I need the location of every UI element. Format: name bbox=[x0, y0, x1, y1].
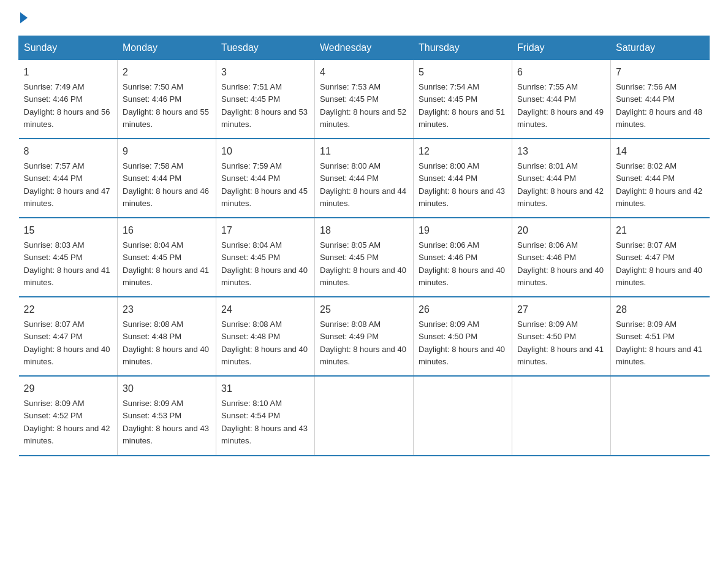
page-header bbox=[18, 12, 710, 23]
calendar-cell: 15Sunrise: 8:03 AMSunset: 4:45 PMDayligh… bbox=[19, 218, 118, 297]
calendar-cell: 27Sunrise: 8:09 AMSunset: 4:50 PMDayligh… bbox=[512, 297, 611, 376]
day-number: 10 bbox=[221, 144, 309, 159]
calendar-cell: 12Sunrise: 8:00 AMSunset: 4:44 PMDayligh… bbox=[414, 139, 512, 218]
calendar-cell: 19Sunrise: 8:06 AMSunset: 4:46 PMDayligh… bbox=[414, 218, 512, 297]
calendar-cell bbox=[414, 376, 512, 456]
calendar-cell: 8Sunrise: 7:57 AMSunset: 4:44 PMDaylight… bbox=[19, 139, 118, 218]
day-number: 14 bbox=[616, 144, 705, 159]
day-info: Sunrise: 7:58 AMSunset: 4:44 PMDaylight:… bbox=[123, 161, 209, 208]
day-number: 21 bbox=[616, 223, 705, 238]
day-info: Sunrise: 8:08 AMSunset: 4:49 PMDaylight:… bbox=[320, 320, 406, 366]
calendar-cell: 4Sunrise: 7:53 AMSunset: 4:45 PMDaylight… bbox=[315, 60, 414, 139]
day-number: 6 bbox=[517, 65, 605, 80]
column-header-friday: Friday bbox=[512, 36, 611, 60]
calendar-cell: 22Sunrise: 8:07 AMSunset: 4:47 PMDayligh… bbox=[19, 297, 118, 376]
column-header-thursday: Thursday bbox=[414, 36, 512, 60]
column-header-monday: Monday bbox=[118, 36, 216, 60]
calendar-cell: 28Sunrise: 8:09 AMSunset: 4:51 PMDayligh… bbox=[611, 297, 710, 376]
calendar-cell: 25Sunrise: 8:08 AMSunset: 4:49 PMDayligh… bbox=[315, 297, 414, 376]
day-info: Sunrise: 7:55 AMSunset: 4:44 PMDaylight:… bbox=[517, 82, 604, 129]
column-header-wednesday: Wednesday bbox=[315, 36, 414, 60]
day-info: Sunrise: 8:09 AMSunset: 4:51 PMDaylight:… bbox=[616, 320, 702, 366]
day-number: 27 bbox=[517, 302, 605, 317]
day-info: Sunrise: 8:09 AMSunset: 4:53 PMDaylight:… bbox=[123, 399, 209, 445]
day-number: 5 bbox=[419, 65, 507, 80]
day-number: 25 bbox=[320, 302, 408, 317]
day-number: 22 bbox=[24, 302, 113, 317]
calendar-cell bbox=[512, 376, 611, 456]
calendar-header-row: SundayMondayTuesdayWednesdayThursdayFrid… bbox=[19, 36, 710, 60]
day-info: Sunrise: 8:03 AMSunset: 4:45 PMDaylight:… bbox=[24, 240, 110, 287]
day-info: Sunrise: 7:59 AMSunset: 4:44 PMDaylight:… bbox=[221, 161, 308, 208]
column-header-saturday: Saturday bbox=[611, 36, 710, 60]
day-info: Sunrise: 8:00 AMSunset: 4:44 PMDaylight:… bbox=[320, 161, 406, 208]
calendar-cell: 31Sunrise: 8:10 AMSunset: 4:54 PMDayligh… bbox=[216, 376, 315, 456]
day-number: 4 bbox=[320, 65, 408, 80]
day-info: Sunrise: 7:54 AMSunset: 4:45 PMDaylight:… bbox=[419, 82, 505, 129]
day-info: Sunrise: 8:02 AMSunset: 4:44 PMDaylight:… bbox=[616, 161, 702, 208]
day-info: Sunrise: 8:08 AMSunset: 4:48 PMDaylight:… bbox=[221, 320, 308, 366]
day-info: Sunrise: 8:07 AMSunset: 4:47 PMDaylight:… bbox=[24, 320, 110, 366]
day-number: 11 bbox=[320, 144, 408, 159]
day-number: 31 bbox=[221, 381, 309, 396]
day-number: 13 bbox=[517, 144, 605, 159]
day-number: 2 bbox=[123, 65, 211, 80]
calendar-cell: 13Sunrise: 8:01 AMSunset: 4:44 PMDayligh… bbox=[512, 139, 611, 218]
day-info: Sunrise: 7:49 AMSunset: 4:46 PMDaylight:… bbox=[24, 82, 110, 129]
day-number: 15 bbox=[24, 223, 113, 238]
day-info: Sunrise: 8:08 AMSunset: 4:48 PMDaylight:… bbox=[123, 320, 209, 366]
day-number: 28 bbox=[616, 302, 705, 317]
calendar-cell: 18Sunrise: 8:05 AMSunset: 4:45 PMDayligh… bbox=[315, 218, 414, 297]
day-info: Sunrise: 7:57 AMSunset: 4:44 PMDaylight:… bbox=[24, 161, 110, 208]
calendar-cell bbox=[611, 376, 710, 456]
day-number: 7 bbox=[616, 65, 705, 80]
calendar-cell: 10Sunrise: 7:59 AMSunset: 4:44 PMDayligh… bbox=[216, 139, 315, 218]
calendar-cell: 30Sunrise: 8:09 AMSunset: 4:53 PMDayligh… bbox=[118, 376, 216, 456]
calendar-cell: 9Sunrise: 7:58 AMSunset: 4:44 PMDaylight… bbox=[118, 139, 216, 218]
day-info: Sunrise: 8:10 AMSunset: 4:54 PMDaylight:… bbox=[221, 399, 308, 445]
logo-arrow-icon bbox=[20, 12, 28, 23]
calendar-cell: 11Sunrise: 8:00 AMSunset: 4:44 PMDayligh… bbox=[315, 139, 414, 218]
day-number: 20 bbox=[517, 223, 605, 238]
day-number: 17 bbox=[221, 223, 309, 238]
calendar-cell: 14Sunrise: 8:02 AMSunset: 4:44 PMDayligh… bbox=[611, 139, 710, 218]
calendar-cell bbox=[315, 376, 414, 456]
day-number: 18 bbox=[320, 223, 408, 238]
calendar-cell: 24Sunrise: 8:08 AMSunset: 4:48 PMDayligh… bbox=[216, 297, 315, 376]
calendar-cell: 21Sunrise: 8:07 AMSunset: 4:47 PMDayligh… bbox=[611, 218, 710, 297]
calendar-week-row: 22Sunrise: 8:07 AMSunset: 4:47 PMDayligh… bbox=[19, 297, 710, 376]
day-number: 12 bbox=[419, 144, 507, 159]
day-number: 1 bbox=[24, 65, 113, 80]
day-number: 19 bbox=[419, 223, 507, 238]
day-info: Sunrise: 8:01 AMSunset: 4:44 PMDaylight:… bbox=[517, 161, 604, 208]
day-number: 30 bbox=[123, 381, 211, 396]
day-info: Sunrise: 8:09 AMSunset: 4:52 PMDaylight:… bbox=[24, 399, 110, 445]
calendar-cell: 23Sunrise: 8:08 AMSunset: 4:48 PMDayligh… bbox=[118, 297, 216, 376]
day-number: 3 bbox=[221, 65, 309, 80]
day-number: 24 bbox=[221, 302, 309, 317]
calendar-cell: 5Sunrise: 7:54 AMSunset: 4:45 PMDaylight… bbox=[414, 60, 512, 139]
calendar-cell: 20Sunrise: 8:06 AMSunset: 4:46 PMDayligh… bbox=[512, 218, 611, 297]
day-info: Sunrise: 7:56 AMSunset: 4:44 PMDaylight:… bbox=[616, 82, 702, 129]
calendar-cell: 2Sunrise: 7:50 AMSunset: 4:46 PMDaylight… bbox=[118, 60, 216, 139]
calendar-cell: 17Sunrise: 8:04 AMSunset: 4:45 PMDayligh… bbox=[216, 218, 315, 297]
day-number: 26 bbox=[419, 302, 507, 317]
calendar-week-row: 8Sunrise: 7:57 AMSunset: 4:44 PMDaylight… bbox=[19, 139, 710, 218]
calendar-week-row: 29Sunrise: 8:09 AMSunset: 4:52 PMDayligh… bbox=[19, 376, 710, 456]
calendar-week-row: 1Sunrise: 7:49 AMSunset: 4:46 PMDaylight… bbox=[19, 60, 710, 139]
day-info: Sunrise: 7:50 AMSunset: 4:46 PMDaylight:… bbox=[123, 82, 209, 129]
day-info: Sunrise: 8:06 AMSunset: 4:46 PMDaylight:… bbox=[517, 240, 604, 287]
calendar-cell: 6Sunrise: 7:55 AMSunset: 4:44 PMDaylight… bbox=[512, 60, 611, 139]
calendar-cell: 26Sunrise: 8:09 AMSunset: 4:50 PMDayligh… bbox=[414, 297, 512, 376]
day-info: Sunrise: 7:51 AMSunset: 4:45 PMDaylight:… bbox=[221, 82, 308, 129]
day-info: Sunrise: 8:09 AMSunset: 4:50 PMDaylight:… bbox=[517, 320, 604, 366]
logo bbox=[18, 12, 28, 23]
calendar-week-row: 15Sunrise: 8:03 AMSunset: 4:45 PMDayligh… bbox=[19, 218, 710, 297]
calendar-cell: 7Sunrise: 7:56 AMSunset: 4:44 PMDaylight… bbox=[611, 60, 710, 139]
day-number: 8 bbox=[24, 144, 113, 159]
day-number: 29 bbox=[24, 381, 113, 396]
calendar-cell: 29Sunrise: 8:09 AMSunset: 4:52 PMDayligh… bbox=[19, 376, 118, 456]
day-info: Sunrise: 8:05 AMSunset: 4:45 PMDaylight:… bbox=[320, 240, 406, 287]
day-info: Sunrise: 8:07 AMSunset: 4:47 PMDaylight:… bbox=[616, 240, 702, 287]
column-header-sunday: Sunday bbox=[19, 36, 118, 60]
